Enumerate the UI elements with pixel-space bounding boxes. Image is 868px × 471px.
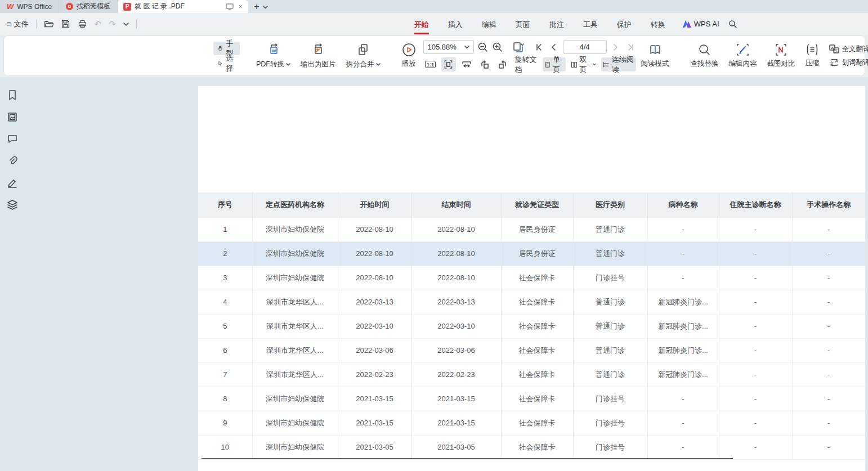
cursor-icon — [217, 59, 223, 68]
print-icon[interactable] — [78, 19, 87, 29]
first-page-button[interactable] — [534, 41, 545, 53]
actual-size-button[interactable]: 1:1 — [423, 57, 438, 71]
rotate-pages-icon[interactable] — [511, 41, 526, 54]
next-page-button[interactable] — [610, 41, 621, 53]
select-tool-button[interactable]: 选择 — [213, 57, 240, 70]
table-cell: 2021-03-15 — [411, 387, 501, 411]
column-header: 开始时间 — [338, 192, 411, 217]
fit-page-button[interactable] — [441, 57, 456, 71]
layers-icon[interactable] — [7, 199, 18, 210]
file-menu-button[interactable]: ≡ 文件 — [7, 19, 29, 29]
table-cell: 1 — [198, 217, 252, 241]
thumbnail-icon[interactable] — [7, 111, 18, 123]
prev-page-button[interactable] — [548, 41, 560, 53]
rotate-doc-button[interactable]: 旋转文档 — [513, 57, 539, 71]
table-cell: 2021-03-05 — [338, 435, 411, 459]
table-cell: - — [719, 290, 792, 314]
attachment-icon[interactable] — [7, 155, 18, 167]
rotate-right-button[interactable] — [495, 57, 510, 71]
menu-item[interactable]: 插入 — [439, 15, 472, 34]
column-header: 住院主诊断名称 — [719, 192, 792, 217]
page-input[interactable] — [563, 40, 607, 54]
screenshot-compare-button[interactable]: 截图对比 — [762, 43, 800, 69]
zoom-in-icon[interactable] — [492, 42, 503, 53]
table-cell: - — [792, 435, 865, 459]
find-replace-button[interactable]: 查找替换 — [686, 43, 724, 69]
table-cell: 2022-08-10 — [411, 241, 501, 266]
table-cell: 普通门诊 — [573, 362, 647, 387]
read-mode-button[interactable]: 阅读模式 — [636, 43, 674, 69]
column-header: 病种名称 — [647, 192, 719, 217]
table-row[interactable]: 9深圳市妇幼保健院2021-03-152021-03-15社会保障卡门诊挂号--… — [198, 411, 865, 435]
table-cell: 新冠肺炎门诊... — [647, 362, 719, 387]
menu-item[interactable]: 开始 — [405, 15, 439, 34]
table-row[interactable]: 4深圳市龙华区人...2022-03-132022-03-13社会保障卡普通门诊… — [198, 290, 865, 314]
menu-item[interactable]: 批注 — [540, 15, 574, 34]
full-translate-button[interactable]: A文 全文翻译 — [829, 44, 868, 54]
split-merge-button[interactable]: 拆分合并 — [341, 43, 386, 69]
table-cell: 2022-08-10 — [338, 217, 411, 241]
menu-item[interactable]: 页面 — [506, 15, 540, 34]
search-icon[interactable] — [728, 20, 737, 29]
full-translate-icon: A文 — [829, 44, 839, 53]
table-row[interactable]: 2深圳市妇幼保健院2022-08-102022-08-10居民身份证普通门诊--… — [198, 241, 865, 266]
table-cell: - — [719, 435, 792, 459]
divider — [136, 20, 137, 29]
table-row[interactable]: 5深圳市龙华区人...2022-03-102022-03-10社会保障卡普通门诊… — [198, 314, 865, 338]
word-translate-button[interactable]: 文A 划词翻译 — [829, 58, 868, 68]
table-row[interactable]: 3深圳市妇幼保健院2022-08-102022-08-10社会保障卡门诊挂号--… — [198, 266, 865, 290]
svg-text:文: 文 — [830, 61, 834, 66]
table-cell: 深圳市妇幼保健院 — [252, 387, 338, 411]
save-icon[interactable] — [61, 19, 70, 29]
undo-icon[interactable]: ↶ — [95, 20, 102, 28]
single-page-button[interactable]: 单页 — [543, 57, 566, 71]
pdf-page[interactable]: 序号定点医药机构名称开始时间结束时间就诊凭证类型医疗类别病种名称住院主诊断名称手… — [198, 86, 865, 471]
more-tools-chevron-icon[interactable] — [123, 23, 129, 26]
menu-item[interactable]: 编辑 — [472, 15, 506, 34]
screenshot-compare-icon — [775, 43, 788, 56]
pdf-convert-button[interactable]: W PDF转换 — [251, 43, 296, 69]
compress-icon — [806, 43, 819, 56]
continuous-read-button[interactable]: 连续阅读 — [601, 57, 636, 71]
table-row[interactable]: 1深圳市妇幼保健院2022-08-102022-08-10居民身份证普通门诊--… — [198, 217, 865, 241]
table-cell: 社会保障卡 — [501, 266, 573, 290]
zoom-out-icon[interactable] — [477, 42, 489, 53]
tab-docer-template[interactable]: D 找稻壳模板 — [59, 0, 118, 13]
table-cell: 2 — [198, 241, 252, 266]
table-row[interactable]: 6深圳市龙华区人...2022-03-062022-03-06社会保障卡普通门诊… — [198, 338, 865, 362]
comment-icon[interactable] — [7, 133, 18, 145]
new-tab-button[interactable]: + — [254, 1, 259, 12]
edit-content-button[interactable]: 编辑内容 — [724, 43, 762, 69]
play-button[interactable]: 播放 — [397, 43, 421, 69]
table-cell: 门诊挂号 — [573, 435, 647, 459]
table-row[interactable]: 7深圳市龙华区人...2022-02-232022-02-23社会保障卡普通门诊… — [198, 362, 865, 387]
zoom-select[interactable]: 105.88% — [423, 40, 474, 54]
menu-item[interactable]: 转换 — [641, 15, 675, 34]
menu-item[interactable]: 工具 — [574, 15, 607, 34]
menu-item[interactable]: 保护 — [607, 15, 641, 34]
open-file-icon[interactable] — [44, 19, 53, 29]
tab-wps-office[interactable]: W WPS Office — [0, 0, 59, 13]
tab-list-chevron-icon[interactable] — [263, 6, 268, 9]
wps-ai-button[interactable]: WPS AI — [683, 20, 719, 28]
signature-icon[interactable] — [7, 177, 18, 189]
column-header: 手术操作名称 — [792, 192, 865, 217]
fit-width-button[interactable] — [459, 57, 474, 71]
double-page-button[interactable]: 双页 — [569, 57, 598, 71]
close-tab-icon[interactable]: × — [238, 2, 243, 11]
one-to-one-icon: 1:1 — [425, 61, 436, 69]
table-row[interactable]: 10深圳市妇幼保健院2021-03-052021-03-05社会保障卡门诊挂号-… — [198, 435, 865, 459]
last-page-button[interactable] — [625, 41, 636, 53]
pdf-file-icon: P — [123, 3, 131, 11]
bookmark-icon[interactable] — [7, 89, 18, 101]
table-cell: 门诊挂号 — [573, 411, 647, 435]
table-row[interactable]: 8深圳市妇幼保健院2021-03-152021-03-15社会保障卡门诊挂号--… — [198, 387, 865, 411]
table-cell: 普通门诊 — [573, 241, 647, 266]
double-page-label: 双页 — [580, 55, 590, 75]
monitor-icon[interactable] — [226, 3, 234, 10]
rotate-left-button[interactable] — [477, 57, 492, 71]
export-image-button[interactable]: 输出为图片 — [296, 43, 341, 69]
compress-button[interactable]: 压缩 — [800, 43, 825, 68]
redo-icon[interactable]: ↷ — [109, 20, 116, 28]
tab-document[interactable]: P 就 医 记 录 .PDF × — [118, 0, 248, 13]
